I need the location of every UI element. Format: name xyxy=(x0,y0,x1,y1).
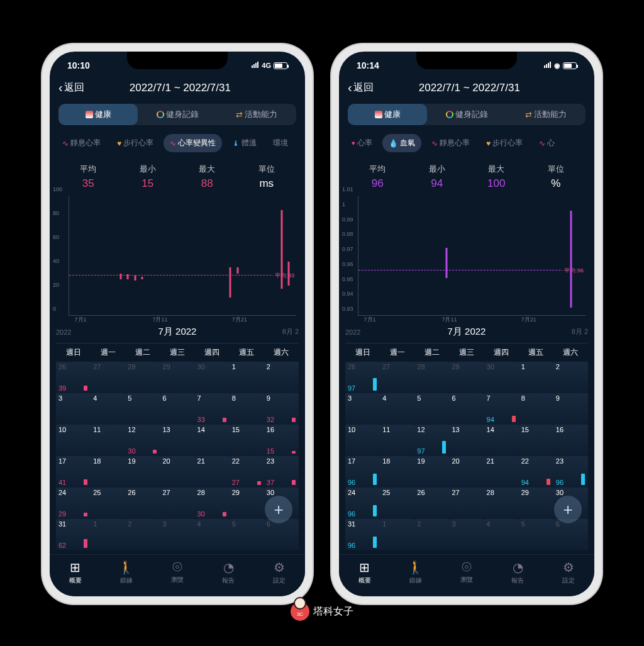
calendar-cell[interactable]: 8 xyxy=(230,393,264,425)
calendar-cell[interactable]: 22 94 xyxy=(519,456,553,487)
metric-tab[interactable]: ∿心 xyxy=(533,134,561,152)
metric-tab[interactable]: 環境 xyxy=(267,134,294,152)
calendar-cell[interactable]: 19 xyxy=(125,456,160,487)
metric-tabs[interactable]: ∿靜息心率♥步行心率∿心率變異性🌡體溫環境 xyxy=(50,129,305,157)
top-tab-活動能力[interactable]: ⇄活動能力 xyxy=(506,104,586,125)
bottom-tab-瀏覽[interactable]: ⦾ 瀏覽 xyxy=(152,560,203,585)
calendar-cell[interactable]: 4 xyxy=(380,393,414,425)
calendar-cell[interactable]: 29 xyxy=(519,487,553,519)
calendar-cell[interactable]: 7 94 xyxy=(484,393,519,425)
bottom-tab-報告[interactable]: ◔ 報告 xyxy=(203,560,254,585)
calendar-cell[interactable]: 9 xyxy=(553,393,588,425)
calendar-cell[interactable]: 2 xyxy=(264,362,299,393)
top-tab-活動能力[interactable]: ⇄活動能力 xyxy=(217,104,296,125)
calendar-cell[interactable]: 28 xyxy=(484,487,519,519)
calendar-cell[interactable]: 19 xyxy=(414,456,449,487)
bottom-tab-鍛鍊[interactable]: 🚶 鍛鍊 xyxy=(390,560,441,585)
bottom-tab-概要[interactable]: ⊞ 概要 xyxy=(339,560,390,585)
calendar-cell[interactable]: 21 xyxy=(484,456,519,487)
calendar-cell[interactable]: 8 xyxy=(519,393,553,425)
calendar-cell[interactable]: 5 xyxy=(519,519,553,550)
calendar-cell[interactable]: 1 xyxy=(91,519,125,550)
calendar-cell[interactable]: 3 xyxy=(160,519,194,550)
calendar-cell[interactable]: 28 xyxy=(414,362,449,393)
calendar-cell[interactable]: 27 xyxy=(449,487,484,519)
back-button[interactable]: ‹ 返回 xyxy=(58,81,84,95)
calendar-cell[interactable]: 24 96 xyxy=(345,487,380,519)
calendar-cell[interactable]: 31 62 xyxy=(56,519,91,550)
calendar-cell[interactable]: 21 xyxy=(195,456,230,487)
calendar-cell[interactable]: 28 30 xyxy=(195,487,230,519)
calendar-cell[interactable]: 26 xyxy=(414,487,449,519)
metric-tab[interactable]: ♥步行心率 xyxy=(111,134,160,152)
calendar-cell[interactable]: 3 xyxy=(449,519,484,550)
calendar-cell[interactable]: 3 xyxy=(345,393,380,425)
metric-tab[interactable]: ♥心率 xyxy=(345,134,379,152)
calendar-cell[interactable]: 18 xyxy=(380,456,414,487)
calendar-cell[interactable]: 30 xyxy=(484,362,519,393)
calendar-cell[interactable]: 22 27 xyxy=(230,456,264,487)
bottom-tab-報告[interactable]: ◔ 報告 xyxy=(492,560,543,585)
chart[interactable]: 0204060801007月17月117月21平均:33 xyxy=(69,196,296,316)
calendar-cell[interactable]: 14 xyxy=(195,425,230,456)
cal-prev[interactable]: 2022 xyxy=(345,328,360,336)
calendar-cell[interactable]: 12 97 xyxy=(414,425,449,456)
calendar-cell[interactable]: 1 xyxy=(380,519,414,550)
calendar-cell[interactable]: 15 xyxy=(230,425,264,456)
calendar-cell[interactable]: 2 xyxy=(414,519,449,550)
calendar-cell[interactable]: 23 96 xyxy=(553,456,588,487)
bottom-tab-瀏覽[interactable]: ⦾ 瀏覽 xyxy=(441,560,492,585)
add-button[interactable]: + xyxy=(265,496,292,523)
calendar-cell[interactable]: 16 15 xyxy=(264,425,299,456)
calendar-cell[interactable]: 13 xyxy=(449,425,484,456)
calendar-cell[interactable]: 31 96 xyxy=(345,519,380,550)
metric-tab[interactable]: 💧血氧 xyxy=(382,134,421,152)
calendar-cell[interactable]: 5 xyxy=(125,393,160,425)
calendar-cell[interactable]: 14 xyxy=(484,425,519,456)
calendar-cell[interactable]: 27 xyxy=(380,362,414,393)
calendar-cell[interactable]: 6 xyxy=(264,519,299,550)
calendar-cell[interactable]: 29 xyxy=(449,362,484,393)
metric-tab[interactable]: ∿心率變異性 xyxy=(164,134,222,152)
calendar-cell[interactable]: 9 32 xyxy=(264,393,299,425)
bottom-tab-鍛鍊[interactable]: 🚶 鍛鍊 xyxy=(101,560,152,585)
cal-next[interactable]: 8月 2 xyxy=(572,327,588,337)
calendar-cell[interactable]: 27 xyxy=(91,362,125,393)
calendar-cell[interactable]: 29 xyxy=(160,362,194,393)
add-button[interactable]: + xyxy=(554,496,582,523)
metric-tab[interactable]: ∿靜息心率 xyxy=(56,134,107,152)
calendar-cell[interactable]: 25 xyxy=(91,487,125,519)
calendar-cell[interactable]: 26 xyxy=(125,487,160,519)
calendar-cell[interactable]: 4 xyxy=(91,393,125,425)
calendar-cell[interactable]: 3 xyxy=(56,393,91,425)
cal-next[interactable]: 8月 2 xyxy=(282,327,299,337)
metric-tabs[interactable]: ♥心率💧血氧∿靜息心率♥步行心率∿心 xyxy=(339,129,594,157)
calendar-cell[interactable]: 15 xyxy=(519,425,553,456)
calendar-cell[interactable]: 11 xyxy=(91,425,125,456)
calendar-cell[interactable]: 6 xyxy=(553,519,588,550)
calendar-cell[interactable]: 1 xyxy=(519,362,553,393)
calendar-cell[interactable]: 20 xyxy=(160,456,194,487)
top-tab-健康[interactable]: 健康 xyxy=(348,104,427,125)
metric-tab[interactable]: ∿靜息心率 xyxy=(425,134,476,152)
calendar-cell[interactable]: 10 xyxy=(345,425,380,456)
calendar-cell[interactable]: 25 xyxy=(380,487,414,519)
calendar-cell[interactable]: 16 xyxy=(553,425,588,456)
calendar-cell[interactable]: 6 xyxy=(449,393,484,425)
metric-tab[interactable]: ♥步行心率 xyxy=(480,134,529,152)
calendar-cell[interactable]: 10 xyxy=(56,425,91,456)
calendar-cell[interactable]: 27 xyxy=(160,487,194,519)
calendar-cell[interactable]: 20 xyxy=(449,456,484,487)
bottom-tab-概要[interactable]: ⊞ 概要 xyxy=(50,560,101,585)
calendar-cell[interactable]: 28 xyxy=(125,362,160,393)
calendar-cell[interactable]: 2 xyxy=(553,362,588,393)
calendar-cell[interactable]: 13 xyxy=(160,425,194,456)
calendar-cell[interactable]: 1 xyxy=(230,362,264,393)
calendar-cell[interactable]: 30 xyxy=(195,362,230,393)
calendar-cell[interactable]: 2 xyxy=(125,519,160,550)
calendar-cell[interactable]: 11 xyxy=(380,425,414,456)
chart[interactable]: 0.930.940.950.960.970.980.9911.017月17月11… xyxy=(358,196,586,316)
calendar-cell[interactable]: 18 xyxy=(91,456,125,487)
calendar-cell[interactable]: 4 xyxy=(195,519,230,550)
calendar-cell[interactable]: 12 30 xyxy=(125,425,160,456)
